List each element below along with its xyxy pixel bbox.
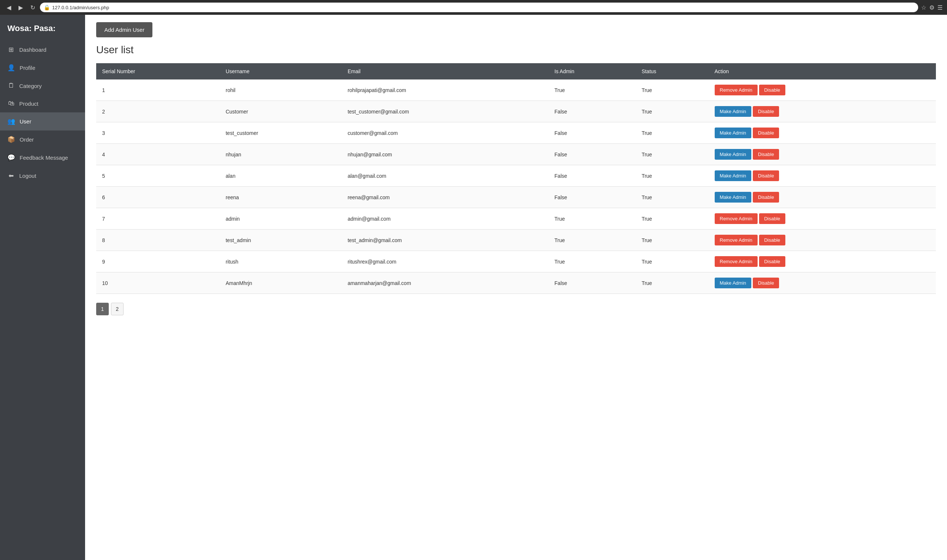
page-btn-1[interactable]: 1 [96,303,109,315]
email-cell: admin@gmail.com [342,208,549,229]
username-cell: ritush [220,251,342,272]
table-row: 2Customertest_customer@gmail.comFalseTru… [96,101,936,122]
table-row: 1rohilrohilprajapati@gmail.comTrueTrueRe… [96,80,936,101]
disable-button[interactable]: Disable [759,85,785,95]
is-admin-cell: True [549,208,636,229]
bookmark-icon[interactable]: ☆ [921,4,926,11]
serial-cell: 7 [96,208,220,229]
disable-button[interactable]: Disable [753,278,779,288]
email-cell: alan@gmail.com [342,165,549,187]
is-admin-cell: False [549,144,636,165]
table-row: 4nhujannhujan@gmail.comFalseTrueMake Adm… [96,144,936,165]
status-cell: True [635,80,708,101]
sidebar-item-logout[interactable]: ⬅ Logout [0,167,85,185]
make-admin-button[interactable]: Make Admin [715,128,752,138]
product-icon: 🛍 [8,100,15,107]
sidebar-item-user[interactable]: 👥 User [0,112,85,131]
table-row: 3test_customercustomer@gmail.comFalseTru… [96,122,936,144]
disable-button[interactable]: Disable [759,213,785,224]
page-btn-2[interactable]: 2 [111,303,123,315]
is-admin-cell: True [549,80,636,101]
sidebar-item-order[interactable]: 📦 Order [0,131,85,149]
sidebar-label-dashboard: Dashboard [19,46,46,53]
email-cell: reena@gmail.com [342,187,549,208]
email-cell: test_customer@gmail.com [342,101,549,122]
sidebar-item-product[interactable]: 🛍 Product [0,95,85,112]
serial-cell: 5 [96,165,220,187]
profile-icon: 👤 [8,64,15,72]
status-cell: True [635,208,708,229]
table-col-header: Is Admin [549,63,636,80]
action-cell: Remove AdminDisable [709,229,936,251]
disable-button[interactable]: Disable [753,192,779,203]
remove-admin-button[interactable]: Remove Admin [715,213,757,224]
make-admin-button[interactable]: Make Admin [715,192,752,203]
make-admin-button[interactable]: Make Admin [715,171,752,181]
table-row: 10AmanMhrjnamanmaharjan@gmail.comFalseTr… [96,272,936,294]
status-cell: True [635,122,708,144]
email-cell: ritushrex@gmail.com [342,251,549,272]
sidebar: Wosa: Pasa: ⊞ Dashboard 👤 Profile 🗒 Cate… [0,15,85,560]
disable-button[interactable]: Disable [753,149,779,160]
address-bar[interactable]: 🔒 127.0.0.1/admin/users.php [40,3,918,12]
action-cell: Make AdminDisable [709,165,936,187]
username-cell: Customer [220,101,342,122]
forward-button[interactable]: ▶ [16,3,25,12]
make-admin-button[interactable]: Make Admin [715,149,752,160]
username-cell: AmanMhrjn [220,272,342,294]
disable-button[interactable]: Disable [759,256,785,267]
status-cell: True [635,165,708,187]
action-cell: Remove AdminDisable [709,208,936,229]
is-admin-cell: False [549,122,636,144]
remove-admin-button[interactable]: Remove Admin [715,256,757,267]
serial-cell: 1 [96,80,220,101]
sidebar-item-feedback[interactable]: 💬 Feedback Message [0,149,85,167]
sidebar-item-dashboard[interactable]: ⊞ Dashboard [0,41,85,59]
is-admin-cell: False [549,272,636,294]
pagination: 12 [96,303,936,315]
disable-button[interactable]: Disable [753,171,779,181]
is-admin-cell: False [549,101,636,122]
make-admin-button[interactable]: Make Admin [715,278,752,288]
table-col-header: Action [709,63,936,80]
username-cell: reena [220,187,342,208]
feedback-icon: 💬 [8,154,15,162]
action-cell: Make AdminDisable [709,187,936,208]
menu-icon[interactable]: ☰ [938,4,942,11]
serial-cell: 8 [96,229,220,251]
dashboard-icon: ⊞ [8,46,15,54]
remove-admin-button[interactable]: Remove Admin [715,85,757,95]
action-cell: Make AdminDisable [709,101,936,122]
sidebar-item-category[interactable]: 🗒 Category [0,77,85,95]
make-admin-button[interactable]: Make Admin [715,106,752,117]
is-admin-cell: False [549,187,636,208]
add-admin-button[interactable]: Add Admin User [96,22,153,37]
disable-button[interactable]: Disable [753,128,779,138]
disable-button[interactable]: Disable [753,106,779,117]
refresh-button[interactable]: ↻ [28,3,37,12]
email-cell: amanmaharjan@gmail.com [342,272,549,294]
sidebar-title: Wosa: Pasa: [0,15,85,41]
user-table: Serial NumberUsernameEmailIs AdminStatus… [96,63,936,294]
username-cell: test_customer [220,122,342,144]
sidebar-label-order: Order [20,136,34,143]
table-col-header: Username [220,63,342,80]
disable-button[interactable]: Disable [759,235,785,245]
settings-icon[interactable]: ⚙ [929,4,935,11]
category-icon: 🗒 [8,82,15,89]
back-button[interactable]: ◀ [5,3,13,12]
status-cell: True [635,101,708,122]
browser-actions: ☆ ⚙ ☰ [921,4,942,11]
remove-admin-button[interactable]: Remove Admin [715,235,757,245]
url-text: 127.0.0.1/admin/users.php [52,5,109,10]
serial-cell: 9 [96,251,220,272]
sidebar-item-profile[interactable]: 👤 Profile [0,59,85,77]
table-header: Serial NumberUsernameEmailIs AdminStatus… [96,63,936,80]
username-cell: admin [220,208,342,229]
page-title: User list [96,44,936,56]
page-wrapper: Wosa: Pasa: ⊞ Dashboard 👤 Profile 🗒 Cate… [0,15,947,560]
action-cell: Remove AdminDisable [709,80,936,101]
email-cell: rohilprajapati@gmail.com [342,80,549,101]
browser-chrome: ◀ ▶ ↻ 🔒 127.0.0.1/admin/users.php ☆ ⚙ ☰ [0,0,947,15]
action-cell: Make AdminDisable [709,272,936,294]
